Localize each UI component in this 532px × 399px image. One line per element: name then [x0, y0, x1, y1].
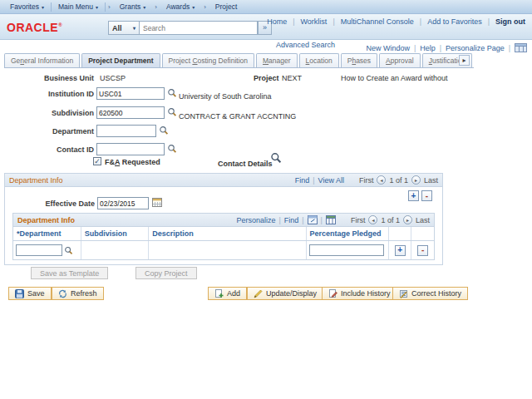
tab-phases[interactable]: Phases	[341, 53, 377, 67]
view-all-link[interactable]: View All	[318, 176, 344, 185]
personalize-link[interactable]: Personalize	[236, 216, 275, 224]
tab-location[interactable]: Location	[299, 53, 339, 67]
project-description: How to Create an Award without	[341, 74, 447, 82]
subdivision-input[interactable]	[96, 106, 165, 119]
effective-date-label: Effective Date	[5, 200, 95, 208]
personalize-page-link[interactable]: Personalize Page	[446, 44, 505, 52]
institution-id-lookup-icon[interactable]	[167, 88, 177, 98]
page-bar: New Window | Help | Personalize Page |	[366, 43, 527, 52]
find-link[interactable]: Find	[295, 176, 310, 185]
department-input[interactable]	[96, 125, 156, 137]
add-to-favorites-link[interactable]: Add to Favorites	[427, 17, 482, 26]
column-header-percentage-pledged: Percentage Pledged	[307, 227, 390, 240]
worklist-link[interactable]: Worklist	[301, 17, 328, 26]
effective-date-input[interactable]	[97, 197, 149, 209]
search-input[interactable]	[139, 21, 258, 35]
previous-row-button[interactable]: ◂	[377, 175, 386, 185]
contact-id-lookup-icon[interactable]	[167, 144, 177, 154]
help-link[interactable]: Help	[420, 44, 436, 52]
oracle-logo: ORACLE®	[7, 21, 62, 34]
contact-id-input[interactable]	[96, 143, 165, 155]
business-unit-value: USCSP	[100, 74, 126, 82]
grid-row: + -	[13, 241, 434, 259]
grid-previous-button[interactable]: ◂	[368, 215, 377, 224]
include-history-button[interactable]: Include History	[322, 287, 397, 300]
header-band: ORACLE® All ▾ » Advanced Search Home | W…	[0, 14, 532, 40]
breadcrumb-awards[interactable]: Awards ▾	[160, 0, 201, 13]
chevron-down-icon: ▾	[42, 4, 44, 10]
add-icon	[214, 289, 224, 298]
contact-details-label: Contact Details	[218, 160, 273, 168]
advanced-search-link[interactable]: Advanced Search	[276, 41, 335, 49]
correct-history-label: Correct History	[411, 289, 461, 298]
breadcrumb-project[interactable]: Project	[209, 0, 244, 13]
grid-add-row-button[interactable]: +	[395, 245, 406, 256]
tab-approval[interactable]: Approval	[379, 53, 421, 67]
add-button[interactable]: Add	[208, 287, 247, 300]
business-unit-label: Business Unit	[4, 74, 94, 82]
check-icon: ✓	[94, 157, 101, 165]
column-header-subdivision: Subdivision	[81, 227, 150, 240]
tab-manager[interactable]: Manager	[256, 53, 298, 67]
view-all-icon[interactable]	[308, 215, 318, 224]
add-row-button[interactable]: +	[408, 190, 419, 201]
peoplesoft-page: Favorites ▾ Main Menu ▾ › Grants ▾ › Awa…	[0, 0, 532, 399]
row-position: 1 of 1	[389, 176, 408, 185]
link-separator: |	[488, 17, 490, 26]
save-button[interactable]: Save	[8, 287, 52, 300]
update-display-button[interactable]: Update/Display	[247, 287, 323, 300]
link-separator: |	[420, 17, 421, 26]
search-scope-value: All	[112, 24, 122, 32]
department-lookup-icon[interactable]	[159, 126, 169, 135]
breadcrumb-favorites[interactable]: Favorites ▾	[3, 0, 51, 13]
breadcrumb-grants[interactable]: Grants ▾	[113, 0, 153, 13]
tab-general-information[interactable]: General Information	[4, 53, 80, 67]
breadcrumb-separator: ›	[108, 3, 111, 11]
contact-details-lookup-icon[interactable]	[270, 152, 282, 164]
multichannel-console-link[interactable]: MultiChannel Console	[341, 17, 414, 26]
link-separator: |	[302, 216, 303, 224]
grid-delete-row-button[interactable]: -	[417, 245, 428, 256]
next-row-button[interactable]: ▸	[411, 175, 421, 185]
correct-history-button[interactable]: Correct History	[392, 287, 468, 300]
subdivision-description: CONTRACT & GRANT ACCNTING	[179, 112, 296, 121]
header-links: Home | Worklist | MultiChannel Console |…	[267, 17, 525, 26]
grid-department-input[interactable]	[16, 244, 62, 256]
grid-next-button[interactable]: ▸	[403, 215, 412, 224]
grid-cell-subdivision	[81, 241, 150, 259]
breadcrumb-main-menu[interactable]: Main Menu ▾	[52, 0, 105, 13]
chevron-down-icon: ▾	[96, 4, 98, 10]
grid-position: 1 of 1	[381, 216, 400, 224]
grid-department-lookup-icon[interactable]	[64, 246, 73, 255]
add-label: Add	[227, 289, 240, 298]
new-window-link[interactable]: New Window	[366, 44, 410, 52]
delete-row-button[interactable]: -	[421, 190, 432, 201]
breadcrumb-main-menu-label: Main Menu	[58, 2, 93, 11]
show-following-tabs-button[interactable]: ▸	[459, 55, 470, 66]
include-history-icon	[328, 289, 337, 298]
contact-id-label: Contact ID	[4, 145, 94, 154]
grid-percentage-input[interactable]	[309, 244, 384, 256]
project-label: Project	[254, 74, 279, 82]
first-label: First	[359, 176, 374, 185]
download-to-excel-icon[interactable]	[326, 215, 336, 224]
grid-find-link[interactable]: Find	[284, 216, 299, 224]
sign-out-link[interactable]: Sign out	[495, 17, 525, 26]
refresh-button[interactable]: Refresh	[52, 287, 104, 300]
tab-project-department[interactable]: Project Department	[81, 53, 160, 67]
link-separator: |	[278, 216, 280, 224]
tab-project-costing-definition[interactable]: Project Costing Definition	[162, 53, 254, 67]
new-window-icon[interactable]	[515, 43, 527, 52]
link-separator: |	[414, 44, 416, 52]
first-label: First	[351, 216, 366, 224]
calendar-icon[interactable]	[152, 197, 163, 208]
chevron-down-icon: ▾	[143, 4, 145, 10]
institution-id-input[interactable]	[96, 87, 165, 100]
subdivision-lookup-icon[interactable]	[167, 107, 177, 117]
fa-requested-checkbox[interactable]: ✓	[93, 157, 101, 165]
home-link[interactable]: Home	[267, 17, 287, 26]
link-separator: |	[321, 216, 323, 224]
last-label: Last	[416, 216, 430, 224]
search-scope-dropdown[interactable]: All ▾	[108, 21, 139, 35]
grid-column-headers: *Department Subdivision Description Perc…	[13, 227, 434, 241]
